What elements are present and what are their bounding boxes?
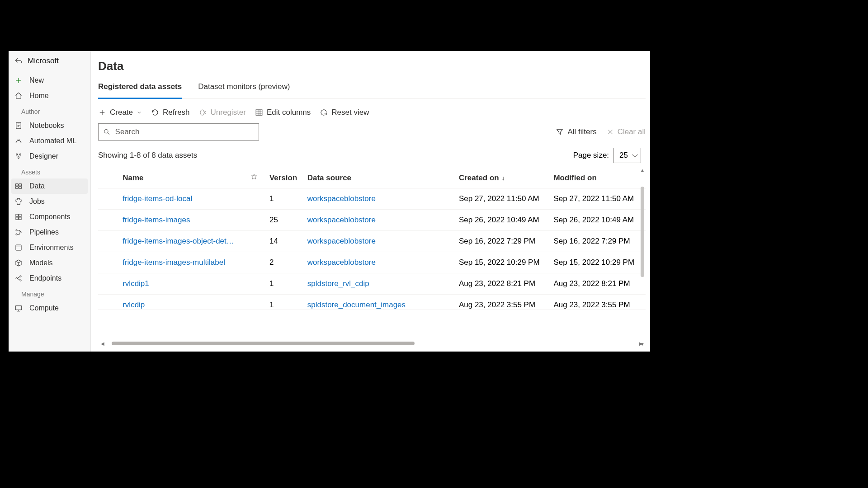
- sidebar-item-pipelines[interactable]: Pipelines: [9, 225, 90, 240]
- data-source-link[interactable]: workspaceblobstore: [307, 258, 376, 267]
- row-checkbox[interactable]: [98, 252, 120, 273]
- svg-point-2: [16, 154, 18, 155]
- tab-registered-data-assets[interactable]: Registered data assets: [98, 78, 182, 99]
- star-icon: [250, 173, 258, 180]
- page-size-select[interactable]: 25: [613, 148, 641, 163]
- row-checkbox[interactable]: [98, 231, 120, 252]
- workspace-switcher[interactable]: Microsoft: [9, 51, 90, 73]
- col-data-source[interactable]: Data source: [305, 168, 456, 188]
- row-checkbox[interactable]: [98, 188, 120, 210]
- svg-rect-9: [16, 214, 18, 216]
- col-created-on[interactable]: Created on↓: [456, 168, 551, 188]
- col-favorite[interactable]: [248, 168, 267, 188]
- cell-favorite[interactable]: [248, 295, 267, 310]
- cell-favorite[interactable]: [248, 188, 267, 210]
- table-row[interactable]: rvlcdip1spldstore_document_imagesAug 23,…: [98, 295, 646, 310]
- search-box[interactable]: [98, 123, 259, 141]
- filter-icon: [556, 128, 564, 136]
- sidebar-item-notebooks[interactable]: Notebooks: [9, 118, 90, 133]
- sort-desc-icon: ↓: [502, 174, 505, 182]
- table-row[interactable]: rvlcdip11spldstore_rvl_cdipAug 23, 2022 …: [98, 273, 646, 295]
- table-row[interactable]: fridge-items-images-multilabel2workspace…: [98, 252, 646, 273]
- table-header-row: Name Version Data source Created on↓ Mod…: [98, 168, 646, 188]
- sidebar-item-label: Designer: [29, 152, 58, 160]
- refresh-button[interactable]: Refresh: [151, 108, 190, 117]
- close-icon: [607, 128, 614, 136]
- scroll-left-icon[interactable]: ◀: [100, 341, 105, 346]
- sidebar-item-new[interactable]: New: [9, 73, 90, 88]
- vertical-scrollbar[interactable]: ▲ ▼: [639, 168, 646, 347]
- sidebar-item-compute[interactable]: Compute: [9, 300, 90, 316]
- all-filters-button[interactable]: All filters: [556, 127, 596, 136]
- svg-rect-7: [15, 187, 18, 189]
- sidebar-item-label: Home: [29, 92, 49, 100]
- svg-point-14: [16, 234, 17, 235]
- data-source-link[interactable]: spldstore_rvl_cdip: [307, 279, 369, 288]
- scrollbar-thumb[interactable]: [112, 342, 415, 345]
- cell-favorite[interactable]: [248, 252, 267, 273]
- data-source-link[interactable]: workspaceblobstore: [307, 216, 376, 224]
- asset-name-link[interactable]: fridge-items-od-local: [123, 194, 192, 203]
- svg-rect-20: [15, 306, 22, 310]
- col-name[interactable]: Name: [120, 168, 248, 188]
- clear-all-button[interactable]: Clear all: [607, 127, 646, 136]
- row-checkbox[interactable]: [98, 210, 120, 231]
- col-checkbox[interactable]: [98, 168, 120, 188]
- data-source-link[interactable]: spldstore_document_images: [307, 300, 406, 309]
- col-version[interactable]: Version: [267, 168, 305, 188]
- scroll-right-icon[interactable]: ▶: [638, 341, 644, 346]
- reset-view-button[interactable]: Reset view: [320, 108, 369, 117]
- scrollbar-thumb[interactable]: [641, 187, 644, 277]
- columns-icon: [255, 108, 263, 117]
- asset-name-link[interactable]: rvlcdip: [123, 300, 145, 309]
- sidebar-item-automated-ml[interactable]: Automated ML: [9, 133, 90, 149]
- sidebar-item-environments[interactable]: Environments: [9, 240, 90, 255]
- sidebar-item-label: Automated ML: [29, 137, 76, 145]
- horizontal-scrollbar[interactable]: ◀ ▶: [100, 341, 644, 346]
- cell-favorite[interactable]: [248, 231, 267, 252]
- edit-columns-button[interactable]: Edit columns: [255, 108, 311, 117]
- cell-version: 2: [267, 252, 305, 273]
- asset-name-link[interactable]: fridge-items-images: [123, 216, 190, 224]
- create-button[interactable]: Create: [98, 108, 142, 117]
- table-row[interactable]: fridge-items-images-object-det…14workspa…: [98, 231, 646, 252]
- cell-name: rvlcdip: [120, 295, 248, 310]
- unregister-button[interactable]: Unregister: [199, 108, 246, 117]
- sidebar-section-assets: Assets: [9, 164, 90, 178]
- back-icon: [14, 56, 23, 66]
- table-row[interactable]: fridge-items-od-local1workspaceblobstore…: [98, 188, 646, 210]
- toolbar-label: Unregister: [211, 108, 246, 117]
- asset-name-link[interactable]: rvlcdip1: [123, 279, 149, 288]
- cell-name: fridge-items-images-object-det…: [120, 231, 248, 252]
- table-wrap: Name Version Data source Created on↓ Mod…: [98, 168, 646, 347]
- search-input[interactable]: [115, 127, 254, 136]
- tab-dataset-monitors[interactable]: Dataset monitors (preview): [198, 78, 290, 99]
- cell-version: 1: [267, 273, 305, 295]
- table-row[interactable]: fridge-items-images25workspaceblobstoreS…: [98, 210, 646, 231]
- meta-row: Showing 1-8 of 8 data assets Page size: …: [98, 145, 646, 168]
- scroll-up-icon[interactable]: ▲: [639, 168, 646, 173]
- row-checkbox[interactable]: [98, 273, 120, 295]
- plus-icon: [98, 108, 106, 117]
- sidebar-item-designer[interactable]: Designer: [9, 149, 90, 164]
- filters-row: All filters Clear all: [98, 123, 646, 141]
- svg-point-13: [16, 230, 17, 231]
- page-title: Data: [98, 59, 646, 73]
- data-source-link[interactable]: workspaceblobstore: [307, 194, 376, 203]
- data-source-link[interactable]: workspaceblobstore: [307, 237, 376, 245]
- cell-modified-on: Sep 26, 2022 10:49 AM: [551, 210, 646, 231]
- cell-version: 1: [267, 295, 305, 310]
- row-checkbox[interactable]: [98, 295, 120, 310]
- cell-favorite[interactable]: [248, 210, 267, 231]
- plus-icon: [14, 76, 23, 85]
- asset-name-link[interactable]: fridge-items-images-multilabel: [123, 258, 225, 267]
- sidebar-item-data[interactable]: Data: [11, 178, 88, 194]
- sidebar-item-jobs[interactable]: Jobs: [9, 194, 90, 209]
- cell-favorite[interactable]: [248, 273, 267, 295]
- asset-name-link[interactable]: fridge-items-images-object-det…: [123, 237, 234, 245]
- sidebar-item-models[interactable]: Models: [9, 255, 90, 271]
- col-modified-on[interactable]: Modified on: [551, 168, 646, 188]
- sidebar-item-components[interactable]: Components: [9, 209, 90, 225]
- sidebar-item-home[interactable]: Home: [9, 88, 90, 103]
- sidebar-item-endpoints[interactable]: Endpoints: [9, 271, 90, 286]
